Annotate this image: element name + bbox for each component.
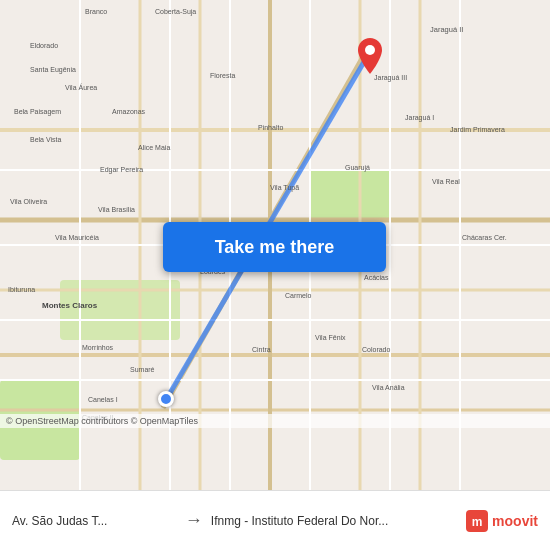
svg-text:Bela Vista: Bela Vista — [30, 136, 61, 143]
svg-text:Ibituruna: Ibituruna — [8, 286, 35, 293]
origin-dot — [158, 391, 174, 407]
moovit-brand-text: moovit — [492, 513, 538, 529]
svg-text:Vila Áurea: Vila Áurea — [65, 83, 97, 91]
svg-text:Vila Anália: Vila Anália — [372, 384, 405, 391]
svg-text:Canelas I: Canelas I — [88, 396, 118, 403]
svg-text:Floresta: Floresta — [210, 72, 235, 79]
svg-text:Eldorado: Eldorado — [30, 42, 58, 49]
route-arrow: → — [185, 510, 203, 531]
svg-text:Colorado: Colorado — [362, 346, 391, 353]
svg-text:Santa Eugênia: Santa Eugênia — [30, 66, 76, 74]
map-attribution: © OpenStreetMap contributors © OpenMapTi… — [0, 414, 550, 428]
svg-text:Carmelo: Carmelo — [285, 292, 312, 299]
svg-text:Montes Claros: Montes Claros — [42, 301, 98, 310]
route-from: Av. São Judas T... — [12, 514, 177, 528]
svg-text:Vila Oliveira: Vila Oliveira — [10, 198, 47, 205]
svg-text:Sumaré: Sumaré — [130, 366, 155, 373]
bottom-bar: Av. São Judas T... → Ifnmg - Instituto F… — [0, 490, 550, 550]
svg-text:Morrinhos: Morrinhos — [82, 344, 114, 351]
svg-text:Vila Brasília: Vila Brasília — [98, 206, 135, 213]
svg-text:Vila Real: Vila Real — [432, 178, 460, 185]
svg-point-65 — [365, 45, 375, 55]
svg-text:Jardim Primavera: Jardim Primavera — [450, 126, 505, 133]
svg-text:Jaraguá II: Jaraguá II — [430, 25, 463, 34]
map-container: Branco Eldorado Coberta-Suja Jaraguá II … — [0, 0, 550, 490]
svg-text:Chácaras Cer.: Chácaras Cer. — [462, 234, 507, 241]
svg-text:Alice Maia: Alice Maia — [138, 144, 170, 151]
svg-text:Vila Mauricéia: Vila Mauricéia — [55, 234, 99, 241]
svg-rect-1 — [310, 170, 390, 220]
svg-text:Branco: Branco — [85, 8, 107, 15]
svg-text:Amazonas: Amazonas — [112, 108, 146, 115]
svg-text:Coberta-Suja: Coberta-Suja — [155, 8, 196, 16]
svg-text:Bela Paisagem: Bela Paisagem — [14, 108, 61, 116]
take-me-there-button[interactable]: Take me there — [163, 222, 386, 272]
route-to: Ifnmg - Instituto Federal Do Nor... — [211, 514, 458, 528]
svg-text:Vila Fênix: Vila Fênix — [315, 334, 346, 341]
svg-text:Edgar Pereira: Edgar Pereira — [100, 166, 143, 174]
svg-text:Cintra: Cintra — [252, 346, 271, 353]
svg-text:Pinhalto: Pinhalto — [258, 124, 283, 131]
moovit-logo: m moovit — [466, 510, 538, 532]
svg-text:Vila Tupã: Vila Tupã — [270, 184, 299, 192]
destination-pin — [358, 38, 382, 78]
svg-text:Guarujá: Guarujá — [345, 164, 370, 172]
svg-text:Acácias: Acácias — [364, 274, 389, 281]
svg-text:Jaraguá I: Jaraguá I — [405, 114, 434, 122]
svg-text:m: m — [472, 515, 483, 529]
